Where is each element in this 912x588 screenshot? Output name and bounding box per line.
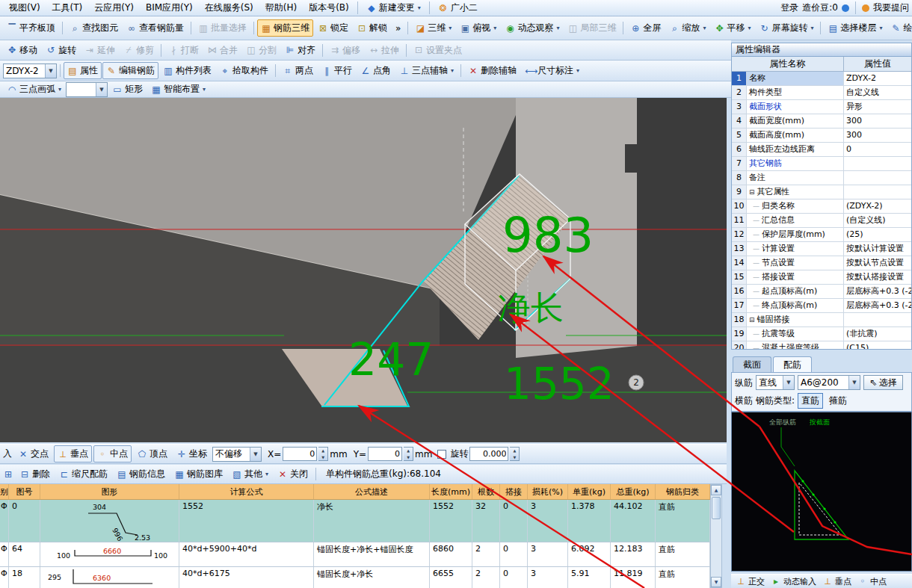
property-value[interactable]: 按默认搭接设置 (844, 270, 911, 284)
property-value[interactable]: 0 (844, 143, 911, 156)
menu-help[interactable]: 帮助(H) (259, 0, 303, 16)
scroll-down-icon[interactable]: ▼ (711, 577, 721, 587)
property-value[interactable] (844, 171, 911, 185)
btn-coordinate[interactable]: ✛坐标 (173, 445, 211, 462)
btn-orbit[interactable]: ◉动态观察▾ (501, 19, 563, 37)
btn-pan[interactable]: ✥平移▾ (710, 19, 754, 37)
property-row[interactable]: 5截面高度(mm)300 (732, 129, 911, 143)
btn-edit-rebar[interactable]: ✎编辑钢筋 (102, 62, 158, 79)
table-row-2[interactable]: Φ 64 100 6660 100 40*d+5900+40*d 锚固长度+净长… (0, 542, 710, 567)
menu-bim-app[interactable]: BIM应用(Y) (140, 0, 199, 16)
property-value[interactable]: 自定义线 (844, 86, 911, 99)
property-value[interactable]: (自定义线) (844, 214, 911, 227)
btn-draw-clipped[interactable]: ✎绘 (887, 19, 912, 37)
type-option-stirrup[interactable]: 箍筋 (826, 394, 850, 408)
component-select-combo-dropdown-icon[interactable]: ▼ (45, 64, 56, 78)
btn-more-tools[interactable]: » (392, 21, 404, 36)
select-button[interactable]: ⇖ 选择 (863, 375, 903, 390)
property-value[interactable] (844, 185, 911, 199)
menu-version[interactable]: 版本号(B) (303, 0, 355, 16)
table-row-3[interactable]: Φ 18 295 6360 40*d+6175 锚固长度+净长 6655 2 0… (0, 567, 710, 588)
btn-dynamic-input[interactable]: ▸动态输入 (768, 575, 819, 588)
property-value[interactable]: 层底标高+0.3 (-2 (844, 285, 911, 298)
scroll-up-icon[interactable]: ▲ (711, 485, 721, 495)
btn-parallel[interactable]: ∥平行 (318, 62, 356, 79)
property-value[interactable] (844, 313, 911, 327)
bell-icon[interactable] (842, 4, 849, 12)
property-row[interactable]: 3截面形状异形 (732, 100, 911, 114)
btn-rebar-info[interactable]: ▤钢筋信息 (113, 465, 169, 483)
offset-mode-combo-dropdown-icon[interactable]: ▼ (250, 448, 261, 461)
property-row[interactable]: 18锚固搭接 (732, 313, 911, 327)
btn-pick-component[interactable]: ⌖拾取构件 (216, 62, 272, 79)
btn-midpoint[interactable]: ◦中点 (93, 445, 132, 462)
property-value[interactable]: (非抗震) (844, 327, 911, 341)
table-row-1[interactable]: Φ 0 304 996 2.53 1552 净长 1552 32 0 3 1.3… (0, 500, 710, 542)
rebar-spec-combo[interactable]: A6@200 ▼ (798, 375, 860, 390)
menu-cloud-app[interactable]: 云应用(Y) (88, 0, 140, 16)
scrollbar-thumb[interactable] (712, 497, 721, 519)
btn-other[interactable]: ▧其他▾ (228, 465, 272, 483)
btn-ortho[interactable]: ⟂正交 (733, 575, 768, 588)
btn-vertex[interactable]: ⬠顶点 (133, 445, 171, 462)
property-row[interactable]: 6轴线距左边线距离0 (732, 143, 911, 157)
btn-align[interactable]: ⊫对齐 (281, 42, 319, 59)
property-value[interactable]: 层底标高+0.3 (-2 (844, 299, 911, 312)
menu-online-service[interactable]: 在线服务(S) (199, 0, 259, 16)
property-row[interactable]: 8备注 (732, 171, 911, 185)
property-row[interactable]: 11汇总信息(自定义线) (732, 214, 911, 228)
line-type-combo[interactable]: 直线 ▼ (756, 375, 795, 390)
property-value[interactable]: (ZDYX-2) (844, 199, 911, 213)
btn-align-slab-top[interactable]: ▔平齐板顶 (3, 19, 59, 37)
property-row[interactable]: 14节点设置按默认节点设置 (732, 256, 911, 270)
btn-delete-aux-axis[interactable]: ✕删除辅轴 (464, 62, 520, 79)
btn-rectangle[interactable]: ▭矩形 (108, 81, 147, 98)
offset-mode-combo[interactable]: 不偏移▼ (212, 447, 262, 462)
btn-rotate[interactable]: ↺旋转 (42, 42, 80, 59)
btn-lock[interactable]: ⊠锁定 (314, 19, 352, 37)
line-style-combo[interactable]: ▼ (66, 82, 108, 97)
table-scrollbar[interactable]: ▲ ▼ (710, 484, 722, 588)
btn-intersection[interactable]: ✕交点 (14, 445, 52, 462)
btn-scale-rebar[interactable]: ⊏缩尺配筋 (55, 465, 111, 483)
btn-full-screen[interactable]: ⊕全屏 (626, 19, 665, 37)
section-preview-panel[interactable]: 全部纵筋 按截面 (731, 412, 912, 572)
type-option-straight[interactable]: 直筋 (798, 393, 823, 409)
menu-tools[interactable]: 工具(T) (46, 0, 89, 16)
property-value[interactable]: 300 (844, 129, 911, 142)
btn-perpendicular-2[interactable]: ⟂垂点 (819, 575, 854, 588)
property-row[interactable]: 19抗震等级(非抗震) (732, 327, 911, 341)
property-row[interactable]: 7其它钢筋 (732, 157, 911, 171)
btn-close[interactable]: ✕关闭 (274, 465, 312, 483)
btn-find-element[interactable]: ⌕查找图元 (66, 19, 122, 37)
btn-delete-row[interactable]: ⊟删除 (16, 465, 54, 483)
line-style-combo-dropdown-icon[interactable]: ▼ (96, 83, 107, 96)
property-value[interactable]: (25) (844, 228, 911, 241)
btn-smart-layout[interactable]: ▦智能布置▾ (147, 81, 209, 98)
btn-component-list[interactable]: ▥构件列表 (159, 62, 215, 79)
btn-view-3d[interactable]: ◪三维▾ (411, 19, 455, 37)
btn-rebar-library[interactable]: ▦钢筋图库 (170, 465, 227, 483)
ask-question-button[interactable]: 我要提问 (873, 1, 909, 14)
property-value[interactable]: (C15) (844, 341, 911, 350)
snap-clipped[interactable]: 入 (2, 445, 13, 462)
tab-rebar[interactable]: 配筋 (773, 356, 812, 372)
y-input[interactable] (368, 447, 402, 461)
x-input[interactable] (283, 447, 317, 461)
tab-section[interactable]: 截面 (733, 356, 771, 372)
btn-three-point-arc[interactable]: ◠三点画弧▾ (3, 81, 65, 98)
rotate-spinner[interactable]: ▲▼ (510, 447, 520, 461)
property-value[interactable]: 按默认节点设置 (844, 256, 911, 270)
property-row[interactable]: 10归类名称(ZDYX-2) (732, 199, 911, 214)
property-row[interactable]: 4截面宽度(mm)300 (732, 114, 911, 129)
btn-select-floor[interactable]: ▤选择楼层▾ (824, 19, 886, 37)
property-row[interactable]: 20混凝土强度等级(C15) (732, 341, 911, 350)
btn-three-point-aux-axis[interactable]: ⊥三点辅轴▾ (395, 62, 457, 79)
property-row[interactable]: 15搭接设置按默认搭接设置 (732, 270, 911, 285)
property-row[interactable]: 16起点顶标高(m)层底标高+0.3 (-2 (732, 285, 911, 299)
property-row[interactable]: 1名称ZDYX-2 (732, 72, 911, 86)
property-value[interactable]: 300 (844, 114, 911, 128)
property-row[interactable]: 17终点顶标高(m)层底标高+0.3 (-2 (732, 299, 911, 313)
btn-view-rebar-quantity[interactable]: ∞查看钢筋量 (123, 19, 188, 37)
menu-new-change[interactable]: ◆新建变更▾ (360, 0, 427, 16)
